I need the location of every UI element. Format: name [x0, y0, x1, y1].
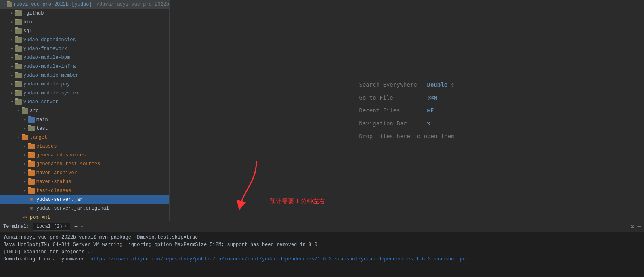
arrow-bpm: [10, 55, 15, 60]
folder-icon-infra: [15, 64, 22, 69]
arrow-pay: [10, 82, 15, 87]
folder-icon-target: [22, 135, 28, 140]
tree-yudao-module-bpm[interactable]: yudao-module-bpm: [0, 53, 169, 62]
folder-icon-maven-archiver: [28, 170, 35, 176]
arrow-system: [10, 91, 15, 96]
folder-icon-framework: [15, 46, 22, 52]
tree-sql[interactable]: sql: [0, 27, 169, 35]
jar-orig-icon: ▣: [28, 206, 35, 211]
tree-yudao-module-pay[interactable]: yudao-module-pay: [0, 80, 169, 89]
folder-icon-system: [15, 90, 22, 96]
tree-classes[interactable]: classes: [0, 142, 169, 151]
terminal-line-4: Downloading from aliyunmaven: https://ma…: [3, 256, 641, 263]
maximize-icon[interactable]: —: [638, 223, 641, 230]
label-infra: yudao-module-infra: [23, 64, 76, 69]
folder-icon-generated-sources: [28, 152, 35, 158]
terminal-line-3: [INFO] Scanning for projects...: [3, 248, 641, 256]
tree-yudao-module-system[interactable]: yudao-module-system: [0, 89, 169, 98]
tree-yudao-server-jar-original[interactable]: ▣ yudao-server.jar.original: [0, 204, 169, 213]
label-pom-xml: pom.xml: [30, 215, 50, 220]
tree-generated-sources[interactable]: generated-sources: [0, 151, 169, 160]
tree-pom-xml[interactable]: ㎝ pom.xml: [0, 213, 169, 221]
search-everywhere-label: Search Everywhere: [359, 81, 424, 88]
label-src: src: [30, 108, 39, 114]
terminal-tab-name: Local (2): [36, 224, 63, 229]
tab-dropdown-button[interactable]: ▾: [81, 224, 83, 229]
jar-icon: ▣: [28, 197, 35, 202]
tab-close-button[interactable]: ×: [64, 224, 67, 229]
arrow-test-classes: [23, 188, 27, 193]
folder-icon-dependencies: [15, 37, 22, 43]
tree-src[interactable]: src: [0, 106, 169, 115]
label-bin: bin: [23, 19, 32, 25]
term-download-prefix: Downloading from aliyunmaven:: [3, 256, 90, 262]
arrow-bin: [10, 20, 15, 25]
arrow-root: [3, 2, 6, 7]
folder-icon-member: [15, 73, 22, 78]
shortcut-search: Search Everywhere Double ⇧: [359, 81, 454, 88]
arrow-generated-sources: [23, 153, 27, 158]
tree-main[interactable]: main: [0, 115, 169, 124]
folder-icon-sql: [15, 28, 22, 34]
tree-yudao-module-member[interactable]: yudao-module-member: [0, 71, 169, 80]
label-maven-archiver: maven-archiver: [36, 170, 77, 176]
tree-maven-status[interactable]: maven-status: [0, 177, 169, 186]
folder-icon-test: [28, 126, 35, 131]
xml-icon: ㎝: [22, 215, 28, 220]
terminal-area: Terminal: Local (2) × + ▾ ⚙ — Yunai:ruoy…: [0, 221, 644, 277]
tree-yudao-dependencies[interactable]: yudao-dependencies: [0, 35, 169, 44]
project-tree[interactable]: ruoyi-vue-pro-2022b [yudao] ~/Java/ruoyi…: [0, 0, 170, 221]
label-dependencies: yudao-dependencies: [23, 37, 76, 43]
label-generated-test-sources: generated-test-sources: [36, 161, 100, 167]
tree-yudao-framework[interactable]: yudao-framework: [0, 44, 169, 53]
arrow-sql: [10, 29, 15, 33]
label-member: yudao-module-member: [23, 73, 79, 78]
editor-area: Search Everywhere Double ⇧ Go to File ⇧⌘…: [170, 0, 644, 221]
tree-yudao-server-jar[interactable]: ▣ yudao-server.jar: [0, 195, 169, 204]
tree-yudao-module-infra[interactable]: yudao-module-infra: [0, 62, 169, 71]
tree-bin[interactable]: bin: [0, 18, 169, 27]
label-framework: yudao-framework: [23, 46, 67, 52]
tree-root[interactable]: ruoyi-vue-pro-2022b [yudao] ~/Java/ruoyi…: [0, 0, 169, 9]
tree-yudao-server[interactable]: yudao-server: [0, 98, 169, 106]
folder-icon-server: [15, 99, 22, 105]
terminal-content: Yunai:ruoyi-vue-pro-2022b yunai$ mvn pac…: [0, 232, 644, 277]
arrow-member: [10, 73, 15, 78]
label-test-classes: test-classes: [36, 188, 71, 194]
arrow-github: [10, 11, 15, 16]
arrow-target: [16, 135, 21, 140]
arrow-generated-test-sources: [23, 162, 27, 167]
label-target: target: [30, 135, 47, 140]
label-generated-sources: generated-sources: [36, 152, 86, 158]
settings-icon[interactable]: ⚙: [631, 223, 634, 230]
go-to-file-label: Go to File: [359, 94, 424, 101]
term-prompt-1: Yunai:ruoyi-vue-pro-2022b yunai$ mvn pac…: [3, 235, 198, 240]
folder-icon-generated-test-sources: [28, 161, 35, 167]
folder-icon-main: [28, 117, 35, 123]
tab-add-button[interactable]: +: [74, 223, 78, 230]
term-download-url[interactable]: https://maven.aliyun.com/repository/publ…: [90, 256, 468, 262]
terminal-line-2: Java HotSpot(TM) 64-Bit Server VM warnin…: [3, 241, 641, 248]
tree-test[interactable]: test: [0, 124, 169, 133]
search-everywhere-key: Double ⇧: [427, 81, 454, 88]
label-sql: sql: [23, 28, 32, 34]
arrow-framework: [10, 46, 15, 51]
tree-github[interactable]: .github: [0, 9, 169, 18]
label-yudao-server-jar: yudao-server.jar: [36, 197, 83, 202]
nav-bar-label: Navigation Bar: [359, 120, 424, 127]
arrow-server: [10, 100, 15, 104]
arrow-maven-archiver: [23, 171, 27, 175]
label-system: yudao-module-system: [23, 90, 79, 96]
tree-generated-test-sources[interactable]: generated-test-sources: [0, 160, 169, 169]
tree-test-classes[interactable]: test-classes: [0, 186, 169, 195]
tree-maven-archiver[interactable]: maven-archiver: [0, 169, 169, 177]
go-to-file-key: ⇧⌘N: [427, 94, 437, 101]
shortcut-nav-bar: Navigation Bar ⌥↑: [359, 120, 454, 127]
terminal-tab-local[interactable]: Local (2) ×: [33, 223, 70, 231]
arrow-test: [23, 126, 27, 131]
label-server: yudao-server: [23, 99, 58, 105]
annotation-text: 预计需要 1 分钟左右: [270, 198, 325, 205]
tree-target[interactable]: target: [0, 133, 169, 142]
label-bpm: yudao-module-bpm: [23, 55, 70, 60]
nav-bar-key: ⌥↑: [427, 120, 434, 127]
